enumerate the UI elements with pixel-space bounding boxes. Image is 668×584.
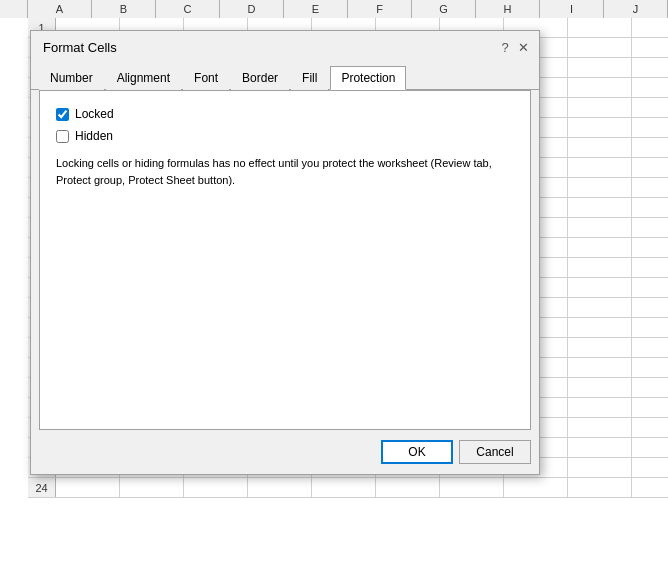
spreadsheet-cell[interactable] <box>632 218 668 237</box>
spreadsheet-cell[interactable] <box>440 478 504 497</box>
tab-protection[interactable]: Protection <box>330 66 406 90</box>
spreadsheet-cell[interactable] <box>632 138 668 157</box>
dialog-titlebar: Format Cells ? ✕ <box>31 31 539 61</box>
spreadsheet-cell[interactable] <box>568 418 632 437</box>
spreadsheet-cell[interactable] <box>568 198 632 217</box>
spreadsheet-cell[interactable] <box>568 118 632 137</box>
spreadsheet-cell[interactable] <box>632 458 668 477</box>
dialog-controls: ? ✕ <box>497 39 531 55</box>
spreadsheet-cell[interactable] <box>632 78 668 97</box>
spreadsheet-cell[interactable] <box>248 478 312 497</box>
tab-border[interactable]: Border <box>231 66 289 90</box>
spreadsheet-cell[interactable] <box>632 298 668 317</box>
dialog-tabs: Number Alignment Font Border Fill Protec… <box>31 61 539 90</box>
column-headers: A B C D E F G H I J <box>0 0 668 18</box>
spreadsheet-cell[interactable] <box>568 138 632 157</box>
hidden-checkbox[interactable] <box>56 130 69 143</box>
spreadsheet-cell[interactable] <box>632 478 668 497</box>
spreadsheet-cell[interactable] <box>568 378 632 397</box>
spreadsheet-cell[interactable] <box>568 98 632 117</box>
spreadsheet-cell[interactable] <box>504 478 568 497</box>
dialog-content-area: Locked Hidden Locking cells or hiding fo… <box>39 90 531 430</box>
spreadsheet-cell[interactable] <box>568 298 632 317</box>
locked-checkbox-row: Locked <box>56 107 514 121</box>
hidden-checkbox-row: Hidden <box>56 129 514 143</box>
ok-button[interactable]: OK <box>381 440 453 464</box>
spreadsheet-cell[interactable] <box>568 258 632 277</box>
spreadsheet-cell[interactable] <box>632 58 668 77</box>
format-cells-dialog: Format Cells ? ✕ Number Alignment Font B… <box>30 30 540 475</box>
spreadsheet-cell[interactable] <box>568 438 632 457</box>
tab-font[interactable]: Font <box>183 66 229 90</box>
tab-alignment[interactable]: Alignment <box>106 66 181 90</box>
tab-fill[interactable]: Fill <box>291 66 328 90</box>
col-header-b: B <box>92 0 156 18</box>
row-number: 24 <box>28 478 56 497</box>
dialog-footer: OK Cancel <box>31 430 539 474</box>
tab-number[interactable]: Number <box>39 66 104 90</box>
spreadsheet-cell[interactable] <box>632 338 668 357</box>
spreadsheet-cell[interactable] <box>568 178 632 197</box>
spreadsheet-cell[interactable] <box>568 458 632 477</box>
col-header-h: H <box>476 0 540 18</box>
spreadsheet-cell[interactable] <box>632 158 668 177</box>
spreadsheet-cell[interactable] <box>56 478 120 497</box>
spreadsheet-cell[interactable] <box>568 58 632 77</box>
cancel-button[interactable]: Cancel <box>459 440 531 464</box>
spreadsheet-cell[interactable] <box>568 358 632 377</box>
spreadsheet-cell[interactable] <box>632 98 668 117</box>
spreadsheet-cell[interactable] <box>376 478 440 497</box>
spreadsheet-cell[interactable] <box>568 338 632 357</box>
spreadsheet-cell[interactable] <box>632 18 668 37</box>
spreadsheet-cell[interactable] <box>632 378 668 397</box>
dialog-help-button[interactable]: ? <box>497 39 513 55</box>
col-header-c: C <box>156 0 220 18</box>
locked-label: Locked <box>75 107 114 121</box>
spreadsheet-cell[interactable] <box>632 198 668 217</box>
spreadsheet-cell[interactable] <box>632 238 668 257</box>
spreadsheet-cell[interactable] <box>312 478 376 497</box>
spreadsheet-cell[interactable] <box>632 398 668 417</box>
spreadsheet-cell[interactable] <box>184 478 248 497</box>
spreadsheet-cell[interactable] <box>632 438 668 457</box>
spreadsheet-cell[interactable] <box>568 78 632 97</box>
spreadsheet-cell[interactable] <box>568 218 632 237</box>
spreadsheet-cell[interactable] <box>568 158 632 177</box>
col-header-a: A <box>28 0 92 18</box>
col-header-f: F <box>348 0 412 18</box>
spreadsheet-cell[interactable] <box>632 318 668 337</box>
spreadsheet-cell[interactable] <box>568 318 632 337</box>
spreadsheet-cell[interactable] <box>568 278 632 297</box>
spreadsheet-cell[interactable] <box>632 178 668 197</box>
spreadsheet-cell[interactable] <box>632 278 668 297</box>
col-header-j: J <box>604 0 668 18</box>
spreadsheet-cell[interactable] <box>568 18 632 37</box>
dialog-close-button[interactable]: ✕ <box>515 39 531 55</box>
spreadsheet-cell[interactable] <box>632 118 668 137</box>
corner-header <box>0 0 28 18</box>
spreadsheet-cell[interactable] <box>632 418 668 437</box>
spreadsheet-cell[interactable] <box>632 38 668 57</box>
spreadsheet-cell[interactable] <box>568 38 632 57</box>
spreadsheet-cell[interactable] <box>632 258 668 277</box>
spreadsheet-cell[interactable] <box>568 238 632 257</box>
dialog-title: Format Cells <box>43 40 117 55</box>
hidden-label: Hidden <box>75 129 113 143</box>
spreadsheet-cell[interactable] <box>568 478 632 497</box>
spreadsheet-cell[interactable] <box>120 478 184 497</box>
spreadsheet-cell[interactable] <box>568 398 632 417</box>
spreadsheet-cell[interactable] <box>632 358 668 377</box>
col-header-i: I <box>540 0 604 18</box>
locked-checkbox[interactable] <box>56 108 69 121</box>
protection-info-text: Locking cells or hiding formulas has no … <box>56 155 496 188</box>
col-header-g: G <box>412 0 476 18</box>
grid-row: 24 <box>28 478 668 498</box>
col-header-d: D <box>220 0 284 18</box>
col-header-e: E <box>284 0 348 18</box>
